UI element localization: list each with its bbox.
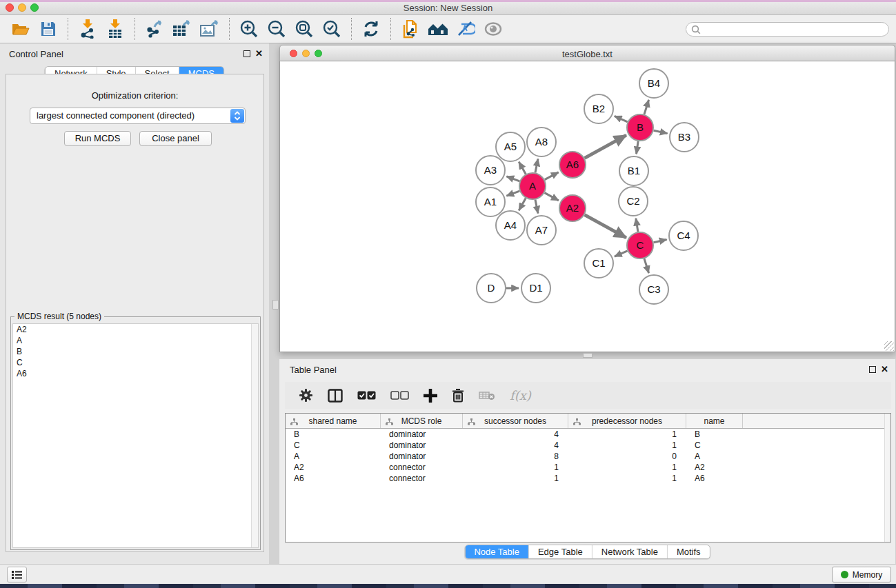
edge-A-A1[interactable] — [506, 191, 519, 196]
edge-A-A6[interactable] — [545, 172, 559, 180]
node-B2[interactable]: B2 — [584, 94, 613, 123]
export-network-icon[interactable] — [141, 17, 168, 41]
column-header-successor-nodes[interactable]: successor nodes — [463, 414, 568, 428]
edge-A-A2[interactable] — [545, 193, 559, 201]
import-network-icon[interactable] — [74, 17, 101, 41]
table-scrollbar[interactable] — [884, 414, 890, 542]
column-header-name[interactable]: name — [686, 414, 743, 428]
result-item-a[interactable]: A — [13, 335, 258, 346]
close-panel-icon[interactable]: ✕ — [881, 364, 888, 374]
function-builder-icon[interactable]: f(x) — [510, 388, 531, 403]
zoom-selected-icon[interactable] — [318, 17, 346, 41]
node-A7[interactable]: A7 — [527, 216, 556, 245]
result-item-a6[interactable]: A6 — [13, 368, 258, 379]
edge-B-B3[interactable] — [654, 130, 668, 133]
new-network-from-selection-icon[interactable] — [397, 17, 424, 41]
column-header-mcds-role[interactable]: MCDS role — [381, 414, 463, 428]
edge-A-A3[interactable] — [506, 176, 519, 181]
node-A5[interactable]: A5 — [496, 132, 525, 161]
edge-A-A5[interactable] — [519, 162, 526, 174]
layout-refresh-icon[interactable] — [357, 17, 385, 41]
add-column-icon[interactable] — [424, 389, 437, 403]
first-neighbors-icon[interactable] — [424, 17, 452, 41]
node-B[interactable]: B — [627, 114, 653, 141]
node-table[interactable]: shared nameMCDS rolesuccessor nodesprede… — [285, 413, 891, 543]
float-panel-icon[interactable] — [243, 50, 250, 57]
window-resize-grip[interactable] — [884, 341, 894, 351]
edge-A-A4[interactable] — [519, 198, 526, 210]
node-C4[interactable]: C4 — [669, 221, 698, 250]
zoom-out-icon[interactable] — [263, 17, 290, 41]
column-header-predecessor-nodes[interactable]: predecessor nodes — [568, 414, 686, 428]
node-A6[interactable]: A6 — [559, 152, 586, 178]
result-item-c[interactable]: C — [13, 357, 258, 368]
node-A4[interactable]: A4 — [496, 211, 525, 240]
import-table-icon[interactable] — [101, 17, 129, 41]
result-item-a2[interactable]: A2 — [13, 324, 258, 335]
edge-C-C2[interactable] — [636, 219, 638, 232]
task-history-button[interactable] — [7, 567, 27, 582]
result-item-b[interactable]: B — [13, 346, 258, 357]
edge-B-B4[interactable] — [644, 100, 649, 114]
node-B1[interactable]: B1 — [619, 156, 648, 185]
node-A2[interactable]: A2 — [559, 195, 586, 221]
close-panel-icon[interactable]: ✕ — [255, 48, 263, 59]
network-graph[interactable]: AA1A2A3A4A5A6A7A8BB1B2B3B4CC1C2C3C4DD1 — [280, 61, 895, 351]
deselect-all-rows-icon[interactable] — [390, 391, 409, 400]
network-window-titlebar[interactable]: testGlobe.txt — [279, 45, 895, 61]
node-C2[interactable]: C2 — [619, 187, 648, 216]
edge-C-C4[interactable] — [654, 239, 667, 242]
settings-gear-icon[interactable] — [299, 388, 313, 403]
table-row[interactable]: A6connector11A6 — [286, 473, 890, 484]
save-session-icon[interactable] — [34, 17, 62, 41]
tab-network-table[interactable]: Network Table — [592, 545, 667, 558]
export-table-icon[interactable] — [168, 17, 196, 41]
split-divider-handle[interactable] — [272, 300, 279, 310]
delete-table-icon[interactable] — [479, 391, 495, 401]
node-D1[interactable]: D1 — [521, 274, 550, 303]
search-input[interactable] — [686, 22, 889, 37]
table-row[interactable]: Bdominator41B — [286, 429, 890, 440]
edge-A-A7[interactable] — [535, 200, 538, 214]
edge-C-C3[interactable] — [644, 258, 649, 273]
hide-labels-icon[interactable] — [452, 17, 479, 41]
edge-A6-B[interactable] — [585, 135, 626, 158]
network-canvas[interactable]: AA1A2A3A4A5A6A7A8BB1B2B3B4CC1C2C3C4DD1 — [279, 61, 895, 352]
select-all-rows-icon[interactable] — [357, 391, 376, 400]
node-A8[interactable]: A8 — [527, 128, 556, 156]
table-row[interactable]: Cdominator41C — [286, 440, 890, 451]
mcds-result-list[interactable]: A2ABCA6 — [12, 323, 259, 548]
node-C3[interactable]: C3 — [639, 275, 668, 304]
tab-edge-table[interactable]: Edge Table — [528, 545, 592, 558]
node-A[interactable]: A — [519, 173, 546, 199]
edge-B-B1[interactable] — [637, 141, 639, 154]
run-mcds-button[interactable]: Run MCDS — [64, 131, 131, 146]
node-D[interactable]: D — [477, 274, 506, 303]
memory-button[interactable]: Memory — [832, 567, 891, 582]
node-C[interactable]: C — [627, 232, 653, 258]
split-divider-handle[interactable] — [583, 353, 593, 358]
delete-column-icon[interactable] — [452, 388, 464, 403]
edge-C-C1[interactable] — [615, 251, 628, 256]
edge-A2-C[interactable] — [585, 215, 626, 238]
node-B3[interactable]: B3 — [670, 123, 699, 152]
graphics-details-icon[interactable] — [479, 17, 507, 41]
node-C1[interactable]: C1 — [584, 249, 613, 278]
tab-node-table[interactable]: Node Table — [465, 545, 528, 558]
edge-B-B2[interactable] — [615, 116, 628, 122]
open-session-icon[interactable] — [7, 17, 34, 41]
node-A3[interactable]: A3 — [476, 156, 505, 185]
float-panel-icon[interactable] — [869, 366, 876, 373]
zoom-fit-icon[interactable] — [290, 17, 318, 41]
table-row[interactable]: Adominator80A — [286, 451, 890, 462]
edge-A-A8[interactable] — [535, 159, 538, 172]
tab-motifs[interactable]: Motifs — [667, 545, 710, 558]
criterion-dropdown[interactable]: largest connected component (directed) — [30, 108, 246, 124]
node-B4[interactable]: B4 — [639, 69, 668, 98]
node-A1[interactable]: A1 — [476, 187, 505, 216]
column-visibility-icon[interactable] — [328, 389, 343, 403]
export-image-icon[interactable] — [196, 17, 223, 41]
column-header-shared-name[interactable]: shared name — [286, 414, 381, 428]
zoom-in-icon[interactable] — [235, 17, 263, 41]
close-panel-button[interactable]: Close panel — [139, 131, 212, 146]
